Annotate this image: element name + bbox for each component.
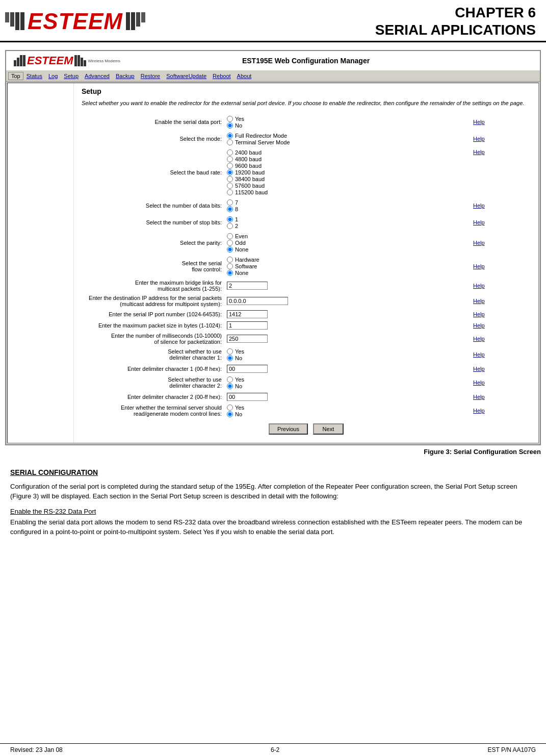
- help-link[interactable]: Help: [471, 402, 531, 419]
- field-control: Hardware Software None: [224, 255, 471, 278]
- nav-about[interactable]: About: [234, 72, 255, 80]
- chapter-number: CHAPTER 6: [375, 4, 536, 21]
- baud-38400-radio[interactable]: [227, 176, 233, 182]
- nav-status[interactable]: Status: [23, 72, 45, 80]
- radio-yes: Yes: [227, 116, 468, 122]
- nav-top[interactable]: Top: [8, 72, 23, 80]
- table-row: Enter whether the terminal server should…: [82, 402, 531, 419]
- delim2-yes-radio[interactable]: [227, 376, 233, 383]
- field-control: Yes No: [224, 402, 471, 419]
- max-packet-size-input[interactable]: [227, 321, 268, 330]
- table-row: Enable the serial data port: Yes No: [82, 114, 531, 131]
- help-link[interactable]: Help: [471, 320, 531, 331]
- esteem-logo: ESTEEM: [28, 9, 123, 34]
- silence-ms-input[interactable]: [227, 335, 268, 343]
- help-link[interactable]: Help: [471, 197, 531, 214]
- stopbits-1-radio[interactable]: [227, 216, 233, 222]
- help-link[interactable]: Help: [471, 147, 531, 197]
- est-logo-small: ESTEEM: [27, 54, 73, 67]
- field-label: Select the baud rate:: [82, 147, 224, 197]
- help-link[interactable]: Help: [471, 363, 531, 374]
- baud-57600-radio[interactable]: [227, 183, 233, 189]
- max-bridge-links-input[interactable]: [227, 282, 268, 290]
- field-label: Enter delimiter character 1 (00-ff hex):: [82, 363, 224, 374]
- nav-log[interactable]: Log: [45, 72, 61, 80]
- part-number: EST P/N AA107G: [487, 746, 536, 753]
- field-control: [224, 309, 471, 320]
- help-link[interactable]: Help: [471, 309, 531, 320]
- field-label: Enter the serial IP port number (1024-64…: [82, 309, 224, 320]
- nav-backup[interactable]: Backup: [113, 72, 138, 80]
- delim1-yes-radio[interactable]: [227, 348, 233, 355]
- databits-7-radio[interactable]: [227, 199, 233, 206]
- stopbits-2-radio[interactable]: [227, 223, 233, 229]
- delimiter2-input[interactable]: [227, 393, 268, 401]
- field-control: 1 2: [224, 214, 471, 231]
- table-row: Select the number of data bits: 7 8 Help: [82, 197, 531, 214]
- databits-8-radio[interactable]: [227, 206, 233, 212]
- baud-115200-radio[interactable]: [227, 189, 233, 195]
- delim1-no-radio[interactable]: [227, 355, 233, 361]
- help-link[interactable]: Help: [471, 114, 531, 131]
- table-row: Select whether to usedelimiter character…: [82, 346, 531, 363]
- field-control: [224, 320, 471, 331]
- help-link[interactable]: Help: [471, 374, 531, 391]
- chapter-title: CHAPTER 6 SERIAL APPLICATIONS: [375, 4, 536, 38]
- next-button[interactable]: Next: [313, 423, 344, 435]
- help-link[interactable]: Help: [471, 293, 531, 309]
- help-link[interactable]: Help: [471, 255, 531, 278]
- nav-restore[interactable]: Restore: [138, 72, 164, 80]
- nav-setup[interactable]: Setup: [61, 72, 82, 80]
- baud-19200-radio[interactable]: [227, 169, 233, 175]
- nav-advanced[interactable]: Advanced: [82, 72, 113, 80]
- flow-none-radio[interactable]: [227, 270, 233, 276]
- field-control: Even Odd None: [224, 231, 471, 255]
- modem-control-no-radio[interactable]: [227, 411, 233, 417]
- previous-button[interactable]: Previous: [269, 423, 308, 435]
- help-link[interactable]: Help: [471, 131, 531, 147]
- nav-reboot[interactable]: Reboot: [210, 72, 233, 80]
- parity-even-radio[interactable]: [227, 233, 233, 239]
- setup-description: Select whether you want to enable the re…: [82, 99, 531, 107]
- field-control: [224, 293, 471, 309]
- field-label: Select the parity:: [82, 231, 224, 255]
- table-row: Select whether to usedelimiter character…: [82, 374, 531, 391]
- mode-terminal-server-radio[interactable]: [227, 139, 233, 145]
- enable-serial-yes-radio[interactable]: [227, 116, 233, 122]
- field-label: Select whether to usedelimiter character…: [82, 374, 224, 391]
- chapter-name: SERIAL APPLICATIONS: [375, 21, 536, 39]
- est-header-title: EST195E Web Configuration Manager: [242, 57, 370, 65]
- page-number: 6-2: [271, 746, 279, 753]
- page-footer: Revised: 23 Jan 08 6-2 EST P/N AA107G: [0, 743, 546, 756]
- field-label: Select the number of stop bits:: [82, 214, 224, 231]
- nav-softwareupdate[interactable]: SoftwareUpdate: [163, 72, 210, 80]
- flow-software-radio[interactable]: [227, 263, 233, 269]
- setup-heading: Setup: [82, 87, 531, 95]
- destination-ip-input[interactable]: [227, 297, 288, 305]
- help-link[interactable]: Help: [471, 231, 531, 255]
- serial-ip-port-input[interactable]: [227, 310, 268, 318]
- flow-hardware-radio[interactable]: [227, 257, 233, 263]
- help-link[interactable]: Help: [471, 214, 531, 231]
- enable-serial-no-radio[interactable]: [227, 122, 233, 129]
- parity-odd-radio[interactable]: [227, 240, 233, 246]
- parity-none-radio[interactable]: [227, 246, 233, 253]
- mode-full-redirector-radio[interactable]: [227, 133, 233, 139]
- delim2-no-radio[interactable]: [227, 383, 233, 389]
- baud-2400-radio[interactable]: [227, 149, 233, 156]
- help-link[interactable]: Help: [471, 331, 531, 346]
- subsection1-heading: Enable the RS-232 Data Port: [10, 508, 536, 515]
- modem-control-yes-radio[interactable]: [227, 405, 233, 411]
- baud-9600-radio[interactable]: [227, 163, 233, 169]
- baud-4800-radio[interactable]: [227, 156, 233, 162]
- help-link[interactable]: Help: [471, 278, 531, 293]
- help-link[interactable]: Help: [471, 391, 531, 402]
- table-row: Select the number of stop bits: 1 2 Help: [82, 214, 531, 231]
- field-control: [224, 331, 471, 346]
- body-section: SERIAL CONFIGURATION Configuration of th…: [0, 463, 546, 548]
- help-link[interactable]: Help: [471, 346, 531, 363]
- table-row: Enter the destination IP address for the…: [82, 293, 531, 309]
- delimiter1-input[interactable]: [227, 365, 268, 373]
- nav-bar: Top Status Log Setup Advanced Backup Res…: [6, 71, 540, 82]
- field-label: Select the mode:: [82, 131, 224, 147]
